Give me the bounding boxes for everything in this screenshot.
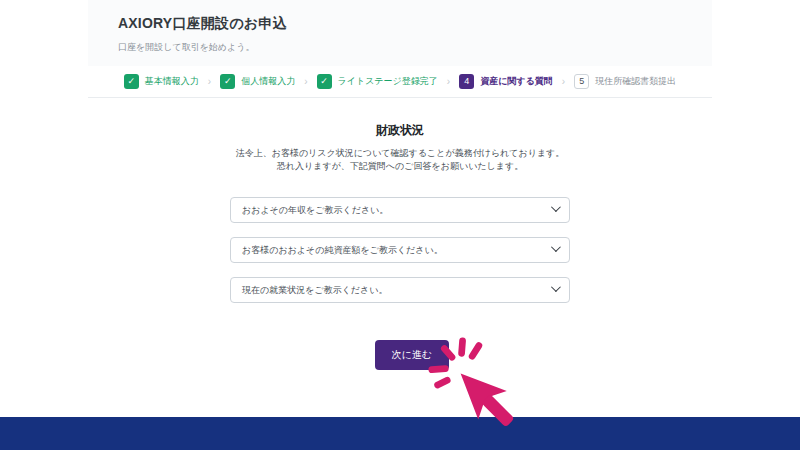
step-label: 資産に関する質問 xyxy=(480,75,553,88)
check-icon: ✓ xyxy=(317,74,332,89)
annual-income-select[interactable]: おおよその年収をご教示ください。 xyxy=(230,197,570,223)
check-icon: ✓ xyxy=(124,74,139,89)
step-personal-info[interactable]: ✓ 個人情報入力 xyxy=(220,74,295,89)
step-lite-stage-complete[interactable]: ✓ ライトステージ登録完了 xyxy=(317,74,438,89)
step-separator-icon: › xyxy=(447,76,450,87)
application-card: AXIORY口座開設のお申込 口座を開設して取引を始めよう。 ✓ 基本情報入力 … xyxy=(88,0,712,370)
net-assets-select[interactable]: お客様のおおよその純資産額をご教示ください。 xyxy=(230,237,570,263)
cursor-click-icon xyxy=(428,337,524,433)
button-row: 次に進む xyxy=(88,340,712,370)
select-placeholder: お客様のおおよその純資産額をご教示ください。 xyxy=(242,244,443,257)
page-subtitle: 口座を開設して取引を始めよう。 xyxy=(118,41,712,54)
question-form: おおよその年収をご教示ください。 お客様のおおよその純資産額をご教示ください。 … xyxy=(230,197,570,303)
step-separator-icon: › xyxy=(208,76,211,87)
section-title: 財政状況 xyxy=(88,122,712,139)
step-number-badge: 4 xyxy=(459,74,474,89)
employment-status-select[interactable]: 現在の就業状況をご教示ください。 xyxy=(230,277,570,303)
chevron-down-icon xyxy=(551,202,561,212)
check-icon: ✓ xyxy=(220,74,235,89)
select-placeholder: 現在の就業状況をご教示ください。 xyxy=(242,284,387,297)
step-label: 現住所確認書類提出 xyxy=(595,75,676,88)
step-number-badge: 5 xyxy=(574,74,589,89)
step-label: 基本情報入力 xyxy=(145,75,199,88)
progress-stepper: ✓ 基本情報入力 › ✓ 個人情報入力 › ✓ ライトステージ登録完了 › 4 … xyxy=(88,66,712,98)
select-placeholder: おおよその年収をご教示ください。 xyxy=(242,204,388,217)
account-application-page: AXIORY口座開設のお申込 口座を開設して取引を始めよう。 ✓ 基本情報入力 … xyxy=(0,0,800,450)
step-asset-questions[interactable]: 4 資産に関する質問 xyxy=(459,74,553,89)
footer-bar xyxy=(0,417,800,450)
page-title: AXIORY口座開設のお申込 xyxy=(118,15,712,33)
step-separator-icon: › xyxy=(304,76,307,87)
step-address-proof[interactable]: 5 現住所確認書類提出 xyxy=(574,74,676,89)
step-label: 個人情報入力 xyxy=(241,75,295,88)
section-description: 法令上、お客様のリスク状況について確認することが義務付けられております。 恐れ入… xyxy=(88,147,712,173)
card-header: AXIORY口座開設のお申込 口座を開設して取引を始めよう。 xyxy=(88,0,712,66)
chevron-down-icon xyxy=(551,242,561,252)
chevron-down-icon xyxy=(551,282,561,292)
step-label: ライトステージ登録完了 xyxy=(338,75,438,88)
description-line-1: 法令上、お客様のリスク状況について確認することが義務付けられております。 xyxy=(88,147,712,160)
step-basic-info[interactable]: ✓ 基本情報入力 xyxy=(124,74,199,89)
step-separator-icon: › xyxy=(562,76,565,87)
description-line-2: 恐れ入りますが、下記質問へのご回答をお願いいたします。 xyxy=(88,160,712,173)
